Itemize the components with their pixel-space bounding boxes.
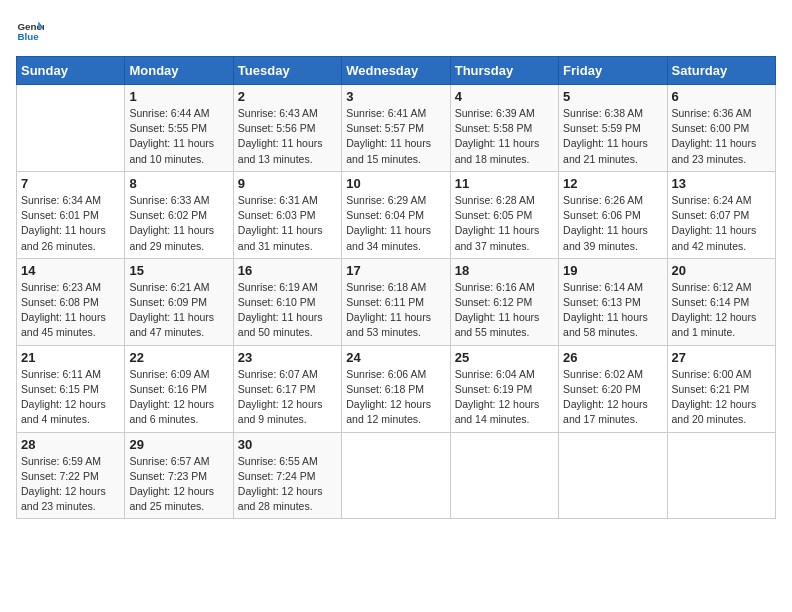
- calendar-cell: 6Sunrise: 6:36 AM Sunset: 6:00 PM Daylig…: [667, 85, 775, 172]
- day-number: 19: [563, 263, 662, 278]
- day-info: Sunrise: 6:43 AM Sunset: 5:56 PM Dayligh…: [238, 106, 337, 167]
- day-number: 27: [672, 350, 771, 365]
- day-number: 24: [346, 350, 445, 365]
- day-number: 29: [129, 437, 228, 452]
- day-info: Sunrise: 6:59 AM Sunset: 7:22 PM Dayligh…: [21, 454, 120, 515]
- calendar-cell: 23Sunrise: 6:07 AM Sunset: 6:17 PM Dayli…: [233, 345, 341, 432]
- day-info: Sunrise: 6:16 AM Sunset: 6:12 PM Dayligh…: [455, 280, 554, 341]
- calendar-cell: 2Sunrise: 6:43 AM Sunset: 5:56 PM Daylig…: [233, 85, 341, 172]
- day-info: Sunrise: 6:36 AM Sunset: 6:00 PM Dayligh…: [672, 106, 771, 167]
- calendar-cell: 10Sunrise: 6:29 AM Sunset: 6:04 PM Dayli…: [342, 171, 450, 258]
- day-info: Sunrise: 6:07 AM Sunset: 6:17 PM Dayligh…: [238, 367, 337, 428]
- day-number: 4: [455, 89, 554, 104]
- day-info: Sunrise: 6:24 AM Sunset: 6:07 PM Dayligh…: [672, 193, 771, 254]
- day-info: Sunrise: 6:29 AM Sunset: 6:04 PM Dayligh…: [346, 193, 445, 254]
- day-number: 3: [346, 89, 445, 104]
- day-number: 2: [238, 89, 337, 104]
- day-number: 1: [129, 89, 228, 104]
- day-number: 20: [672, 263, 771, 278]
- day-info: Sunrise: 6:00 AM Sunset: 6:21 PM Dayligh…: [672, 367, 771, 428]
- calendar-cell: [450, 432, 558, 519]
- day-header-friday: Friday: [559, 57, 667, 85]
- day-info: Sunrise: 6:23 AM Sunset: 6:08 PM Dayligh…: [21, 280, 120, 341]
- day-header-tuesday: Tuesday: [233, 57, 341, 85]
- day-header-saturday: Saturday: [667, 57, 775, 85]
- day-number: 26: [563, 350, 662, 365]
- calendar-cell: 4Sunrise: 6:39 AM Sunset: 5:58 PM Daylig…: [450, 85, 558, 172]
- calendar-cell: 18Sunrise: 6:16 AM Sunset: 6:12 PM Dayli…: [450, 258, 558, 345]
- day-info: Sunrise: 6:33 AM Sunset: 6:02 PM Dayligh…: [129, 193, 228, 254]
- calendar-cell: 15Sunrise: 6:21 AM Sunset: 6:09 PM Dayli…: [125, 258, 233, 345]
- day-number: 6: [672, 89, 771, 104]
- day-number: 12: [563, 176, 662, 191]
- day-info: Sunrise: 6:57 AM Sunset: 7:23 PM Dayligh…: [129, 454, 228, 515]
- day-number: 23: [238, 350, 337, 365]
- calendar-cell: 13Sunrise: 6:24 AM Sunset: 6:07 PM Dayli…: [667, 171, 775, 258]
- day-header-monday: Monday: [125, 57, 233, 85]
- calendar-cell: 21Sunrise: 6:11 AM Sunset: 6:15 PM Dayli…: [17, 345, 125, 432]
- calendar-cell: [559, 432, 667, 519]
- calendar-cell: 30Sunrise: 6:55 AM Sunset: 7:24 PM Dayli…: [233, 432, 341, 519]
- day-info: Sunrise: 6:55 AM Sunset: 7:24 PM Dayligh…: [238, 454, 337, 515]
- day-info: Sunrise: 6:21 AM Sunset: 6:09 PM Dayligh…: [129, 280, 228, 341]
- day-number: 5: [563, 89, 662, 104]
- day-info: Sunrise: 6:34 AM Sunset: 6:01 PM Dayligh…: [21, 193, 120, 254]
- day-header-sunday: Sunday: [17, 57, 125, 85]
- day-number: 28: [21, 437, 120, 452]
- calendar-cell: [667, 432, 775, 519]
- calendar-cell: 16Sunrise: 6:19 AM Sunset: 6:10 PM Dayli…: [233, 258, 341, 345]
- day-info: Sunrise: 6:39 AM Sunset: 5:58 PM Dayligh…: [455, 106, 554, 167]
- calendar-cell: 25Sunrise: 6:04 AM Sunset: 6:19 PM Dayli…: [450, 345, 558, 432]
- day-number: 15: [129, 263, 228, 278]
- day-info: Sunrise: 6:31 AM Sunset: 6:03 PM Dayligh…: [238, 193, 337, 254]
- calendar-cell: 3Sunrise: 6:41 AM Sunset: 5:57 PM Daylig…: [342, 85, 450, 172]
- day-info: Sunrise: 6:02 AM Sunset: 6:20 PM Dayligh…: [563, 367, 662, 428]
- page-header: General Blue: [16, 16, 776, 44]
- calendar-cell: 19Sunrise: 6:14 AM Sunset: 6:13 PM Dayli…: [559, 258, 667, 345]
- calendar-cell: 11Sunrise: 6:28 AM Sunset: 6:05 PM Dayli…: [450, 171, 558, 258]
- calendar-week-5: 28Sunrise: 6:59 AM Sunset: 7:22 PM Dayli…: [17, 432, 776, 519]
- day-number: 13: [672, 176, 771, 191]
- day-header-wednesday: Wednesday: [342, 57, 450, 85]
- calendar-week-2: 7Sunrise: 6:34 AM Sunset: 6:01 PM Daylig…: [17, 171, 776, 258]
- day-number: 9: [238, 176, 337, 191]
- day-number: 25: [455, 350, 554, 365]
- calendar-cell: 28Sunrise: 6:59 AM Sunset: 7:22 PM Dayli…: [17, 432, 125, 519]
- day-header-thursday: Thursday: [450, 57, 558, 85]
- day-info: Sunrise: 6:41 AM Sunset: 5:57 PM Dayligh…: [346, 106, 445, 167]
- calendar-week-4: 21Sunrise: 6:11 AM Sunset: 6:15 PM Dayli…: [17, 345, 776, 432]
- day-info: Sunrise: 6:09 AM Sunset: 6:16 PM Dayligh…: [129, 367, 228, 428]
- calendar-header-row: SundayMondayTuesdayWednesdayThursdayFrid…: [17, 57, 776, 85]
- calendar-table: SundayMondayTuesdayWednesdayThursdayFrid…: [16, 56, 776, 519]
- calendar-cell: 8Sunrise: 6:33 AM Sunset: 6:02 PM Daylig…: [125, 171, 233, 258]
- calendar-cell: [342, 432, 450, 519]
- logo-icon: General Blue: [16, 16, 44, 44]
- day-info: Sunrise: 6:44 AM Sunset: 5:55 PM Dayligh…: [129, 106, 228, 167]
- calendar-week-1: 1Sunrise: 6:44 AM Sunset: 5:55 PM Daylig…: [17, 85, 776, 172]
- day-info: Sunrise: 6:04 AM Sunset: 6:19 PM Dayligh…: [455, 367, 554, 428]
- calendar-week-3: 14Sunrise: 6:23 AM Sunset: 6:08 PM Dayli…: [17, 258, 776, 345]
- calendar-cell: 24Sunrise: 6:06 AM Sunset: 6:18 PM Dayli…: [342, 345, 450, 432]
- calendar-cell: 14Sunrise: 6:23 AM Sunset: 6:08 PM Dayli…: [17, 258, 125, 345]
- day-info: Sunrise: 6:26 AM Sunset: 6:06 PM Dayligh…: [563, 193, 662, 254]
- day-info: Sunrise: 6:28 AM Sunset: 6:05 PM Dayligh…: [455, 193, 554, 254]
- day-number: 10: [346, 176, 445, 191]
- svg-text:Blue: Blue: [17, 31, 39, 42]
- day-info: Sunrise: 6:14 AM Sunset: 6:13 PM Dayligh…: [563, 280, 662, 341]
- calendar-cell: 1Sunrise: 6:44 AM Sunset: 5:55 PM Daylig…: [125, 85, 233, 172]
- day-info: Sunrise: 6:11 AM Sunset: 6:15 PM Dayligh…: [21, 367, 120, 428]
- day-info: Sunrise: 6:19 AM Sunset: 6:10 PM Dayligh…: [238, 280, 337, 341]
- calendar-cell: 29Sunrise: 6:57 AM Sunset: 7:23 PM Dayli…: [125, 432, 233, 519]
- calendar-cell: [17, 85, 125, 172]
- calendar-cell: 17Sunrise: 6:18 AM Sunset: 6:11 PM Dayli…: [342, 258, 450, 345]
- day-number: 11: [455, 176, 554, 191]
- day-info: Sunrise: 6:18 AM Sunset: 6:11 PM Dayligh…: [346, 280, 445, 341]
- day-number: 22: [129, 350, 228, 365]
- calendar-cell: 27Sunrise: 6:00 AM Sunset: 6:21 PM Dayli…: [667, 345, 775, 432]
- day-number: 18: [455, 263, 554, 278]
- calendar-cell: 26Sunrise: 6:02 AM Sunset: 6:20 PM Dayli…: [559, 345, 667, 432]
- day-info: Sunrise: 6:38 AM Sunset: 5:59 PM Dayligh…: [563, 106, 662, 167]
- calendar-body: 1Sunrise: 6:44 AM Sunset: 5:55 PM Daylig…: [17, 85, 776, 519]
- day-number: 30: [238, 437, 337, 452]
- day-number: 16: [238, 263, 337, 278]
